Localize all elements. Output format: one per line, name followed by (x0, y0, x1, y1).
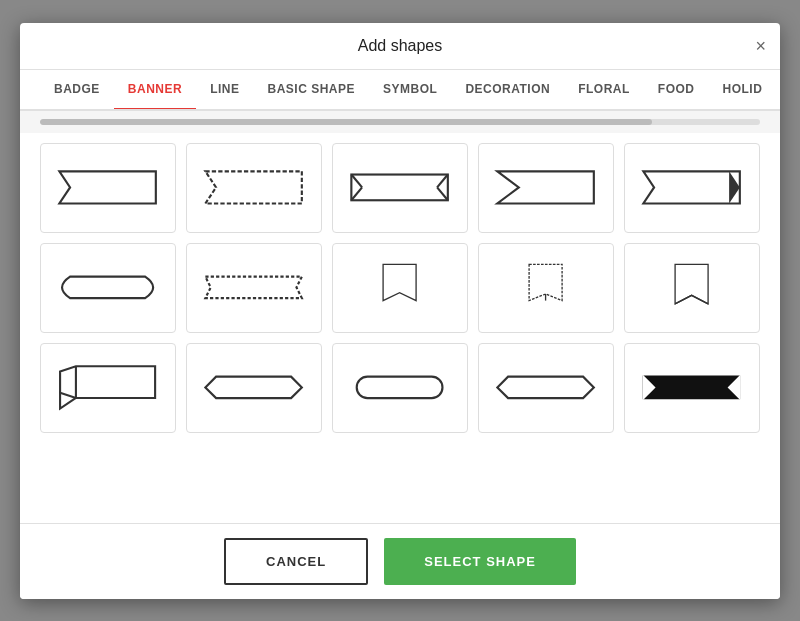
shapes-grid-container[interactable] (20, 133, 780, 523)
shape-banner-13[interactable] (332, 343, 468, 433)
svg-rect-2 (352, 175, 448, 201)
svg-marker-8 (644, 171, 740, 203)
tab-decoration[interactable]: DECORATION (451, 70, 564, 111)
tab-banner[interactable]: BANNER (114, 70, 196, 111)
tabs-container: BADGE BANNER LINE BASIC SHAPE SYMBOL DEC… (20, 70, 780, 111)
modal-header: Add shapes × (20, 23, 780, 70)
svg-marker-1 (206, 171, 302, 203)
svg-line-5 (438, 175, 449, 188)
tab-holid[interactable]: HOLID (709, 70, 777, 111)
shape-banner-6[interactable] (40, 243, 176, 333)
shape-banner-14[interactable] (478, 343, 614, 433)
shapes-grid (40, 143, 760, 433)
tab-line[interactable]: LINE (196, 70, 253, 111)
shape-banner-10[interactable] (624, 243, 760, 333)
shape-banner-12[interactable] (186, 343, 322, 433)
shape-banner-2[interactable] (186, 143, 322, 233)
shape-banner-3[interactable] (332, 143, 468, 233)
shape-banner-9[interactable] (478, 243, 614, 333)
modal-footer: CANCEL SELECT SHAPE (20, 523, 780, 599)
svg-line-3 (352, 175, 363, 188)
tab-food[interactable]: FOOD (644, 70, 709, 111)
svg-marker-10 (206, 377, 302, 398)
svg-marker-13 (644, 377, 740, 398)
progress-bar-container (20, 111, 780, 133)
tab-badge[interactable]: BADGE (40, 70, 114, 111)
svg-rect-11 (357, 377, 443, 398)
svg-marker-7 (498, 171, 594, 203)
cancel-button[interactable]: CANCEL (224, 538, 368, 585)
progress-bar-fill (40, 119, 652, 125)
shape-banner-11[interactable] (40, 343, 176, 433)
svg-marker-12 (498, 377, 594, 398)
shape-banner-4[interactable] (478, 143, 614, 233)
shape-banner-7[interactable] (186, 243, 322, 333)
tab-symbol[interactable]: SYMBOL (369, 70, 451, 111)
svg-marker-0 (60, 171, 156, 203)
svg-line-4 (352, 187, 363, 200)
svg-marker-9 (730, 171, 741, 203)
shape-banner-5[interactable] (624, 143, 760, 233)
shape-banner-1[interactable] (40, 143, 176, 233)
close-button[interactable]: × (755, 37, 766, 55)
shape-banner-15[interactable] (624, 343, 760, 433)
select-shape-button[interactable]: SELECT SHAPE (384, 538, 576, 585)
svg-line-6 (438, 187, 449, 200)
modal-title: Add shapes (358, 37, 443, 55)
tab-floral[interactable]: FLORAL (564, 70, 644, 111)
shape-banner-8[interactable] (332, 243, 468, 333)
progress-bar-track (40, 119, 760, 125)
tab-basic-shape[interactable]: BASIC SHAPE (254, 70, 370, 111)
add-shapes-modal: Add shapes × BADGE BANNER LINE BASIC SHA… (20, 23, 780, 599)
